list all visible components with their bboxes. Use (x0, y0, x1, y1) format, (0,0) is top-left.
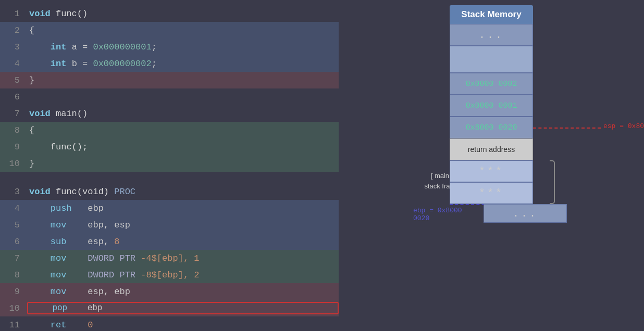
asm-line: 8 mov DWORD PTR -8$[ebp], 2 (0, 266, 339, 283)
line-number: 1 (0, 9, 27, 19)
esp-label: esp = 0x8000 0014 (603, 122, 644, 130)
line-number: 8 (0, 125, 27, 135)
code-line: 8{ (0, 122, 339, 138)
stack-cell-empty1 (450, 46, 533, 73)
line-number: 10 (0, 159, 27, 169)
top-code-section: 1void func()2{3 int a = 0x000000001;4 in… (0, 0, 339, 177)
line-content: int b = 0x000000002; (27, 59, 339, 69)
line-content: push ebp (27, 203, 339, 213)
ebp-row: ebp = 0x8000 0020 ... (413, 204, 569, 223)
line-number: 4 (0, 59, 27, 69)
code-line: 4 int b = 0x000000002; (0, 55, 339, 72)
stack-cell-addr2: 0x0000 0002 (450, 73, 533, 95)
code-line: 3 int a = 0x000000001; (0, 39, 339, 55)
line-number: 11 (0, 320, 27, 330)
line-number: 6 (0, 237, 27, 247)
line-content: void func() (27, 9, 339, 19)
line-number: 3 (0, 187, 27, 197)
line-content: int a = 0x000000001; (27, 42, 339, 52)
line-number: 2 (0, 26, 27, 35)
bordered-line: pop ebp (27, 302, 339, 314)
line-number: 9 (0, 142, 27, 152)
line-number: 7 (0, 253, 27, 263)
line-content: sub esp, 8 (27, 237, 339, 247)
code-line: 9 func(); (0, 138, 339, 155)
line-content: ret 0 (27, 320, 339, 330)
line-number: 9 (0, 287, 27, 297)
frame-brace-right (550, 160, 555, 204)
right-panel: Stack Memory ... 0x0000 0002 0x0000 0001… (339, 0, 644, 331)
stack-cell-return: return address (450, 138, 533, 160)
line-content: { (27, 26, 339, 35)
stack-cell-addr3-row: 0x8000 0020 esp = 0x8000 0014 (450, 117, 533, 138)
line-number: 6 (0, 92, 27, 102)
stack-frame-section: [ main ] stack frame *** *** (413, 160, 569, 204)
line-number: 3 (0, 42, 27, 52)
code-line: 7void main() (0, 105, 339, 122)
asm-line: 5 mov ebp, esp (0, 217, 339, 233)
asm-line: 4 push ebp (0, 200, 339, 217)
esp-dashed-line (533, 128, 601, 129)
frame-cells: *** *** (450, 160, 533, 204)
line-content: } (27, 75, 339, 85)
line-content: } (27, 159, 339, 169)
line-content: mov ebp, esp (27, 220, 339, 230)
line-content: mov DWORD PTR -8$[ebp], 2 (27, 270, 339, 280)
stack-diagram: Stack Memory ... 0x0000 0002 0x0000 0001… (392, 5, 590, 223)
stack-cell-star1: *** (450, 160, 533, 182)
stack-cell-star2: *** (450, 182, 533, 204)
line-content: void main() (27, 109, 339, 119)
line-content: func(); (27, 142, 339, 152)
stack-cell-dots-top: ... (450, 24, 533, 46)
asm-line: 3void func(void) PROC (0, 183, 339, 200)
asm-line: 7 mov DWORD PTR -4$[ebp], 1 (0, 250, 339, 266)
line-content: void func(void) PROC (27, 187, 339, 197)
stack-cell-addr1: 0x0000 0001 (450, 95, 533, 117)
line-number: 5 (0, 220, 27, 230)
stack-header: Stack Memory (450, 5, 533, 24)
asm-line: 10 pop ebp (0, 300, 339, 316)
line-content: mov DWORD PTR -4$[ebp], 1 (27, 253, 339, 263)
line-number: 8 (0, 270, 27, 280)
asm-line: 11 ret 0 (0, 316, 339, 331)
stack-cell-addr3: 0x8000 0020 (450, 117, 533, 138)
line-number: 10 (0, 303, 27, 313)
line-number: 7 (0, 109, 27, 119)
code-panel: 1void func()2{3 int a = 0x000000001;4 in… (0, 0, 339, 331)
stack-cell-dots-bottom: ... (484, 204, 567, 223)
asm-line: 9 mov esp, ebp (0, 283, 339, 300)
asm-line: 6 sub esp, 8 (0, 233, 339, 250)
line-content: { (27, 125, 339, 135)
code-line: 1void func() (0, 5, 339, 22)
code-line: 6 (0, 88, 339, 105)
ebp-label-row: ebp = 0x8000 0020 ... (413, 204, 569, 223)
code-line: 5} (0, 72, 339, 88)
code-line: 2{ (0, 22, 339, 39)
bottom-code-section: 3void func(void) PROC4 push ebp5 mov ebp… (0, 183, 339, 331)
line-number: 5 (0, 75, 27, 85)
code-line: 10} (0, 155, 339, 172)
ebp-label: ebp = 0x8000 0020 (413, 205, 481, 222)
line-number: 4 (0, 203, 27, 213)
line-content: mov esp, ebp (27, 287, 339, 297)
